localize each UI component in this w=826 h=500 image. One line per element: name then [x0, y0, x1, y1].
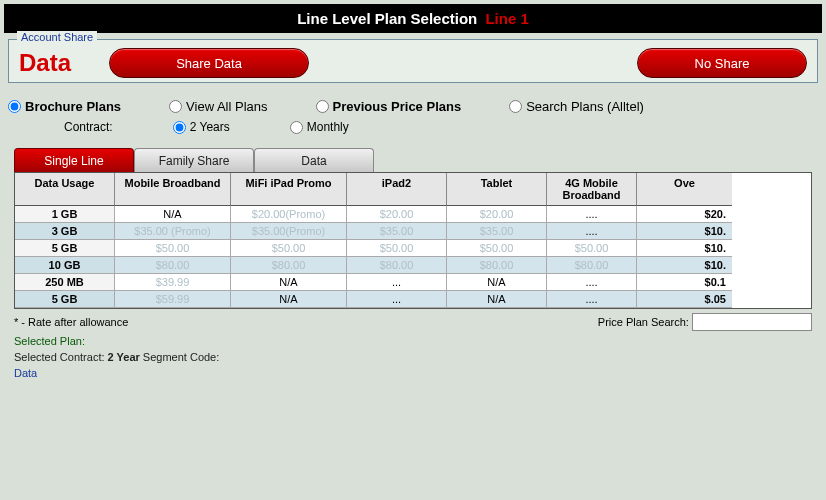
account-share-panel: Account Share Data Share Data No Share: [8, 39, 818, 83]
panel-legend: Account Share: [17, 31, 97, 43]
col-mobile-broadband[interactable]: Mobile Broadband: [115, 173, 231, 206]
radio-view-all-input[interactable]: [169, 100, 182, 113]
table-row[interactable]: 1 GBN/A$20.00(Promo)$20.00$20.00....$20.: [15, 206, 811, 223]
cell-tablet: N/A: [447, 291, 547, 308]
cell-ipad2: $20.00: [347, 206, 447, 223]
cell-ipad2: $35.00: [347, 223, 447, 240]
table-row[interactable]: 3 GB$35.00 (Promo)$35.00(Promo)$35.00$35…: [15, 223, 811, 240]
col-4g-mobile-broadband[interactable]: 4G Mobile Broadband: [547, 173, 637, 206]
contract-label: Contract:: [64, 120, 113, 134]
cell-mbb: $80.00: [115, 257, 231, 274]
radio-brochure-plans[interactable]: Brochure Plans: [8, 99, 121, 114]
price-plan-search-input[interactable]: [692, 313, 812, 331]
cell-tablet: $50.00: [447, 240, 547, 257]
cell-usage: 250 MB: [15, 274, 115, 291]
title-bar: Line Level Plan Selection Line 1: [4, 4, 822, 33]
selected-plan-row: Selected Plan:: [14, 335, 812, 347]
cell-usage: 5 GB: [15, 291, 115, 308]
radio-brochure-input[interactable]: [8, 100, 21, 113]
table-row[interactable]: 5 GB$50.00$50.00$50.00$50.00$50.00$10.: [15, 240, 811, 257]
title-main: Line Level Plan Selection: [297, 10, 477, 27]
data-link[interactable]: Data: [14, 367, 812, 379]
cell-tablet: N/A: [447, 274, 547, 291]
plan-filter-row: Brochure Plans View All Plans Previous P…: [8, 99, 818, 114]
cell-ipad2: $80.00: [347, 257, 447, 274]
cell-4g: ....: [547, 206, 637, 223]
radio-two-years[interactable]: 2 Years: [173, 120, 230, 134]
footnote-row: * - Rate after allowance Price Plan Sear…: [14, 313, 812, 331]
tab-single-line[interactable]: Single Line: [14, 148, 134, 172]
segment-code-label: Segment Code:: [143, 351, 219, 363]
cell-overage: $0.1: [637, 274, 732, 291]
contract-row: Contract: 2 Years Monthly: [64, 120, 818, 134]
selected-contract-row: Selected Contract: 2 Year Segment Code:: [14, 351, 812, 363]
radio-search-plans[interactable]: Search Plans (Alltel): [509, 99, 644, 114]
cell-mifi: $50.00: [231, 240, 347, 257]
cell-mifi: $20.00(Promo): [231, 206, 347, 223]
radio-view-all-plans[interactable]: View All Plans: [169, 99, 267, 114]
cell-overage: $.05: [637, 291, 732, 308]
cell-4g: ....: [547, 223, 637, 240]
cell-4g: $50.00: [547, 240, 637, 257]
table-row[interactable]: 250 MB$39.99N/A...N/A....$0.1: [15, 274, 811, 291]
cell-ipad2: ...: [347, 291, 447, 308]
cell-mifi: N/A: [231, 291, 347, 308]
title-line: Line 1: [485, 10, 528, 27]
selected-plan-label: Selected Plan:: [14, 335, 85, 347]
radio-monthly[interactable]: Monthly: [290, 120, 349, 134]
cell-usage: 5 GB: [15, 240, 115, 257]
cell-overage: $20.: [637, 206, 732, 223]
cell-4g: ....: [547, 274, 637, 291]
rate-footnote: * - Rate after allowance: [14, 316, 128, 328]
selected-contract-label: Selected Contract:: [14, 351, 105, 363]
cell-ipad2: $50.00: [347, 240, 447, 257]
table-row[interactable]: 10 GB$80.00$80.00$80.00$80.00$80.00$10.: [15, 257, 811, 274]
tab-set: Single Line Family Share Data: [14, 148, 818, 172]
radio-previous-input[interactable]: [316, 100, 329, 113]
tab-data[interactable]: Data: [254, 148, 374, 172]
cell-overage: $10.: [637, 223, 732, 240]
plan-table: Data Usage Mobile Broadband MiFi iPad Pr…: [14, 172, 812, 309]
col-tablet[interactable]: Tablet: [447, 173, 547, 206]
cell-mifi: N/A: [231, 274, 347, 291]
no-share-button[interactable]: No Share: [637, 48, 807, 78]
cell-4g: $80.00: [547, 257, 637, 274]
cell-usage: 10 GB: [15, 257, 115, 274]
radio-monthly-input[interactable]: [290, 121, 303, 134]
radio-previous-plans[interactable]: Previous Price Plans: [316, 99, 462, 114]
cell-mbb: $35.00 (Promo): [115, 223, 231, 240]
price-plan-search: Price Plan Search:: [598, 313, 812, 331]
tab-family-share[interactable]: Family Share: [134, 148, 254, 172]
data-label: Data: [19, 49, 71, 77]
cell-usage: 1 GB: [15, 206, 115, 223]
cell-mbb: N/A: [115, 206, 231, 223]
cell-mbb: $39.99: [115, 274, 231, 291]
col-data-usage[interactable]: Data Usage: [15, 173, 115, 206]
cell-ipad2: ...: [347, 274, 447, 291]
cell-mifi: $80.00: [231, 257, 347, 274]
cell-tablet: $80.00: [447, 257, 547, 274]
col-overage[interactable]: Ove: [637, 173, 732, 206]
cell-overage: $10.: [637, 240, 732, 257]
cell-mbb: $50.00: [115, 240, 231, 257]
cell-mifi: $35.00(Promo): [231, 223, 347, 240]
col-ipad2[interactable]: iPad2: [347, 173, 447, 206]
cell-usage: 3 GB: [15, 223, 115, 240]
cell-tablet: $35.00: [447, 223, 547, 240]
radio-two-years-input[interactable]: [173, 121, 186, 134]
radio-search-input[interactable]: [509, 100, 522, 113]
cell-tablet: $20.00: [447, 206, 547, 223]
table-header-row: Data Usage Mobile Broadband MiFi iPad Pr…: [15, 173, 811, 206]
col-mifi-ipad-promo[interactable]: MiFi iPad Promo: [231, 173, 347, 206]
table-row[interactable]: 5 GB$59.99N/A...N/A....$.05: [15, 291, 811, 308]
cell-4g: ....: [547, 291, 637, 308]
share-data-button[interactable]: Share Data: [109, 48, 309, 78]
selected-contract-value: 2 Year: [108, 351, 140, 363]
cell-mbb: $59.99: [115, 291, 231, 308]
cell-overage: $10.: [637, 257, 732, 274]
price-plan-search-label: Price Plan Search:: [598, 316, 689, 328]
